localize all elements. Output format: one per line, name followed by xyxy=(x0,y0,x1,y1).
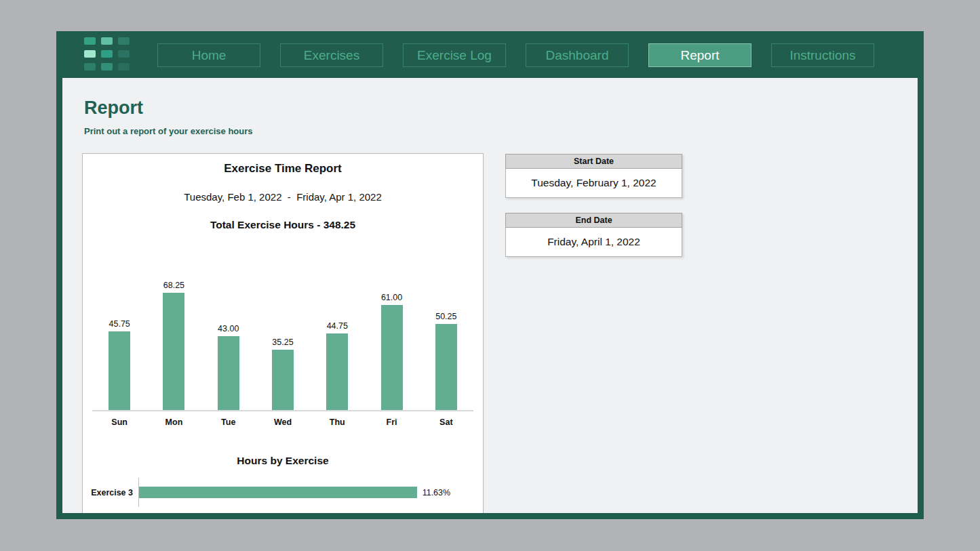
app-window: HomeExercisesExercise LogDashboardReport… xyxy=(56,31,924,519)
bar-column-mon: 68.25 xyxy=(146,281,201,410)
report-date-range: Tuesday, Feb 1, 2022 - Friday, Apr 1, 20… xyxy=(83,191,483,203)
bar-value-label: 68.25 xyxy=(163,281,184,290)
grid-logo-icon xyxy=(84,37,130,70)
logo-square-2 xyxy=(101,37,113,45)
hbar-exercise-3 xyxy=(139,487,417,498)
bar-mon xyxy=(163,293,184,410)
logo-square-1 xyxy=(84,37,96,45)
bar-column-thu: 44.75 xyxy=(310,321,364,410)
bar-value-label: 43.00 xyxy=(218,324,239,333)
bar-tue xyxy=(218,336,239,410)
page-subtitle: Print out a report of your exercise hour… xyxy=(84,126,253,136)
hbar-category-label: Exercise 3 xyxy=(83,488,138,497)
hours-by-exercise-title: Hours by Exercise xyxy=(83,455,483,467)
bar-value-label: 61.00 xyxy=(381,293,402,302)
nav-button-instructions[interactable]: Instructions xyxy=(771,43,874,67)
nav-button-report[interactable]: Report xyxy=(648,43,751,67)
bar-wed xyxy=(272,350,294,410)
bar-value-label: 44.75 xyxy=(327,321,348,331)
bar-chart-plot-area: 45.7568.2543.0035.2544.7561.0050.25 xyxy=(92,281,473,410)
axis-label-wed: Wed xyxy=(256,417,310,427)
axis-label-fri: Fri xyxy=(364,417,418,427)
hours-by-exercise-bar-chart: Exercise 311.63% xyxy=(83,478,483,507)
nav-button-dashboard[interactable]: Dashboard xyxy=(526,43,629,67)
axis-label-tue: Tue xyxy=(201,417,256,427)
logo-square-7 xyxy=(84,63,96,70)
top-nav-bar: HomeExercisesExercise LogDashboardReport… xyxy=(56,31,924,78)
axis-label-mon: Mon xyxy=(146,417,201,427)
hbar-row-exercise-3: Exercise 311.63% xyxy=(83,478,483,507)
hbar-plot-area: 11.63% xyxy=(138,478,473,507)
bar-value-label: 35.25 xyxy=(272,338,293,347)
start-date-value[interactable]: Tuesday, February 1, 2022 xyxy=(505,169,682,198)
x-axis-labels: SunMonTueWedThuFriSat xyxy=(92,411,473,427)
nav-button-exercises[interactable]: Exercises xyxy=(280,43,383,67)
nav-button-exercise-log[interactable]: Exercise Log xyxy=(403,43,506,67)
bar-sat xyxy=(435,324,457,410)
bar-thu xyxy=(326,333,348,410)
nav-buttons: HomeExercisesExercise LogDashboardReport… xyxy=(157,43,874,67)
report-total-hours: Total Exercise Hours - 348.25 xyxy=(83,219,483,231)
end-date-label: End Date xyxy=(505,213,682,228)
nav-button-home[interactable]: Home xyxy=(157,43,260,67)
logo-square-6 xyxy=(118,50,130,58)
report-page: Report Print out a report of your exerci… xyxy=(62,78,918,513)
bar-column-wed: 35.25 xyxy=(256,338,310,410)
axis-label-sat: Sat xyxy=(419,417,473,427)
bar-column-sun: 45.75 xyxy=(92,319,146,410)
logo-square-4 xyxy=(84,50,96,58)
start-date-field: Start Date Tuesday, February 1, 2022 xyxy=(505,154,682,198)
end-date-value[interactable]: Friday, April 1, 2022 xyxy=(505,228,682,257)
bar-column-fri: 61.00 xyxy=(364,293,418,410)
bar-fri xyxy=(381,305,403,410)
logo-square-9 xyxy=(118,63,130,70)
exercise-report-panel: Exercise Time Report Tuesday, Feb 1, 202… xyxy=(82,153,484,513)
logo-square-8 xyxy=(101,63,113,70)
start-date-label: Start Date xyxy=(505,154,682,169)
bar-column-sat: 50.25 xyxy=(419,312,473,410)
logo-square-3 xyxy=(118,37,130,45)
logo-square-5 xyxy=(101,50,113,58)
end-date-field: End Date Friday, April 1, 2022 xyxy=(505,213,682,257)
page-title: Report xyxy=(84,98,143,119)
daily-hours-bar-chart: 45.7568.2543.0035.2544.7561.0050.25 SunM… xyxy=(92,281,473,427)
bar-value-label: 45.75 xyxy=(109,319,130,329)
bar-column-tue: 43.00 xyxy=(201,324,256,410)
report-chart-title: Exercise Time Report xyxy=(83,162,483,176)
bar-value-label: 50.25 xyxy=(435,312,456,321)
bar-sun xyxy=(109,331,130,410)
axis-label-thu: Thu xyxy=(310,417,364,427)
hbar-value-label: 11.63% xyxy=(423,488,450,497)
axis-label-sun: Sun xyxy=(92,417,146,427)
